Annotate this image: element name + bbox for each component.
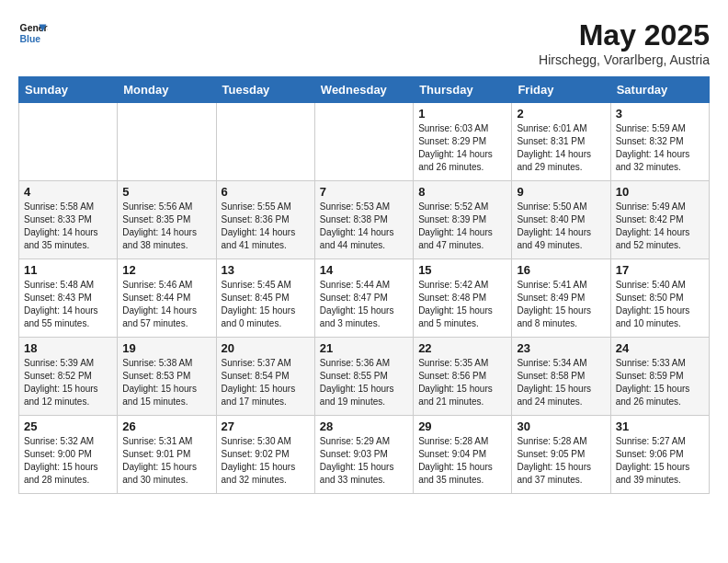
calendar-cell: 29Sunrise: 5:28 AM Sunset: 9:04 PM Dayli…: [414, 416, 512, 494]
day-number: 25: [24, 419, 112, 433]
calendar-cell: 15Sunrise: 5:42 AM Sunset: 8:48 PM Dayli…: [414, 259, 512, 338]
weekday-header-tuesday: Tuesday: [216, 77, 314, 103]
calendar-cell: 4Sunrise: 5:58 AM Sunset: 8:33 PM Daylig…: [19, 181, 118, 259]
day-number: 6: [222, 185, 310, 199]
day-number: 1: [418, 107, 506, 121]
day-info: Sunrise: 5:36 AM Sunset: 8:55 PM Dayligh…: [320, 357, 408, 408]
weekday-header-saturday: Saturday: [610, 77, 709, 103]
day-info: Sunrise: 5:49 AM Sunset: 8:42 PM Dayligh…: [616, 201, 704, 252]
calendar-cell: 7Sunrise: 5:53 AM Sunset: 8:38 PM Daylig…: [314, 181, 413, 259]
day-number: 12: [122, 263, 210, 277]
day-info: Sunrise: 5:46 AM Sunset: 8:44 PM Dayligh…: [122, 279, 210, 330]
day-number: 11: [24, 263, 112, 277]
calendar-cell: [314, 103, 413, 181]
day-number: 23: [517, 341, 605, 355]
weekday-header-monday: Monday: [118, 77, 216, 103]
day-info: Sunrise: 5:28 AM Sunset: 9:05 PM Dayligh…: [517, 435, 605, 487]
calendar-cell: 1Sunrise: 6:03 AM Sunset: 8:29 PM Daylig…: [414, 103, 512, 181]
day-info: Sunrise: 5:52 AM Sunset: 8:39 PM Dayligh…: [418, 201, 506, 252]
svg-text:Blue: Blue: [20, 34, 41, 44]
calendar-cell: 8Sunrise: 5:52 AM Sunset: 8:39 PM Daylig…: [414, 181, 512, 259]
day-number: 15: [418, 263, 506, 277]
day-info: Sunrise: 5:55 AM Sunset: 8:36 PM Dayligh…: [222, 201, 310, 252]
month-year-title: May 2025: [539, 18, 710, 52]
day-info: Sunrise: 5:50 AM Sunset: 8:40 PM Dayligh…: [517, 201, 605, 252]
calendar-cell: [118, 103, 216, 181]
calendar-cell: 10Sunrise: 5:49 AM Sunset: 8:42 PM Dayli…: [610, 181, 709, 259]
day-info: Sunrise: 5:40 AM Sunset: 8:50 PM Dayligh…: [616, 279, 704, 330]
day-number: 21: [320, 341, 408, 355]
day-info: Sunrise: 6:01 AM Sunset: 8:31 PM Dayligh…: [517, 122, 605, 174]
calendar-cell: 5Sunrise: 5:56 AM Sunset: 8:35 PM Daylig…: [118, 181, 216, 259]
calendar-week-row: 4Sunrise: 5:58 AM Sunset: 8:33 PM Daylig…: [19, 181, 710, 259]
calendar-cell: 20Sunrise: 5:37 AM Sunset: 8:54 PM Dayli…: [216, 338, 314, 416]
day-number: 28: [320, 419, 408, 433]
day-number: 8: [418, 185, 506, 199]
calendar-cell: [19, 103, 118, 181]
day-number: 9: [517, 185, 605, 199]
day-info: Sunrise: 5:27 AM Sunset: 9:06 PM Dayligh…: [616, 435, 704, 487]
calendar-week-row: 18Sunrise: 5:39 AM Sunset: 8:52 PM Dayli…: [19, 338, 710, 416]
calendar-cell: 23Sunrise: 5:34 AM Sunset: 8:58 PM Dayli…: [512, 338, 610, 416]
calendar-cell: 30Sunrise: 5:28 AM Sunset: 9:05 PM Dayli…: [512, 416, 610, 494]
day-number: 26: [122, 419, 210, 433]
day-number: 24: [616, 341, 704, 355]
calendar-cell: 18Sunrise: 5:39 AM Sunset: 8:52 PM Dayli…: [19, 338, 118, 416]
calendar-table: SundayMondayTuesdayWednesdayThursdayFrid…: [18, 76, 710, 494]
title-block: May 2025 Hirschegg, Vorarlberg, Austria: [539, 18, 710, 67]
logo-icon: General Blue: [18, 18, 48, 48]
calendar-cell: 2Sunrise: 6:01 AM Sunset: 8:31 PM Daylig…: [512, 103, 610, 181]
calendar-cell: 27Sunrise: 5:30 AM Sunset: 9:02 PM Dayli…: [216, 416, 314, 494]
calendar-cell: 28Sunrise: 5:29 AM Sunset: 9:03 PM Dayli…: [314, 416, 413, 494]
day-info: Sunrise: 5:38 AM Sunset: 8:53 PM Dayligh…: [122, 357, 210, 408]
day-info: Sunrise: 5:53 AM Sunset: 8:38 PM Dayligh…: [320, 201, 408, 252]
day-info: Sunrise: 5:59 AM Sunset: 8:32 PM Dayligh…: [616, 122, 704, 174]
day-info: Sunrise: 5:45 AM Sunset: 8:45 PM Dayligh…: [222, 279, 310, 330]
calendar-cell: 14Sunrise: 5:44 AM Sunset: 8:47 PM Dayli…: [314, 259, 413, 338]
calendar-cell: [216, 103, 314, 181]
day-number: 27: [222, 419, 310, 433]
day-number: 31: [616, 419, 704, 433]
calendar-week-row: 25Sunrise: 5:32 AM Sunset: 9:00 PM Dayli…: [19, 416, 710, 494]
day-info: Sunrise: 5:35 AM Sunset: 8:56 PM Dayligh…: [418, 357, 506, 408]
day-info: Sunrise: 5:29 AM Sunset: 9:03 PM Dayligh…: [320, 435, 408, 487]
page-header: General Blue May 2025 Hirschegg, Vorarlb…: [18, 18, 710, 67]
day-info: Sunrise: 5:41 AM Sunset: 8:49 PM Dayligh…: [517, 279, 605, 330]
weekday-header-wednesday: Wednesday: [314, 77, 413, 103]
day-info: Sunrise: 5:31 AM Sunset: 9:01 PM Dayligh…: [122, 435, 210, 487]
calendar-cell: 12Sunrise: 5:46 AM Sunset: 8:44 PM Dayli…: [118, 259, 216, 338]
day-number: 7: [320, 185, 408, 199]
weekday-header-thursday: Thursday: [414, 77, 512, 103]
day-number: 10: [616, 185, 704, 199]
calendar-cell: 21Sunrise: 5:36 AM Sunset: 8:55 PM Dayli…: [314, 338, 413, 416]
calendar-cell: 24Sunrise: 5:33 AM Sunset: 8:59 PM Dayli…: [610, 338, 709, 416]
day-info: Sunrise: 5:56 AM Sunset: 8:35 PM Dayligh…: [122, 201, 210, 252]
logo: General Blue: [18, 18, 48, 48]
day-number: 18: [24, 341, 112, 355]
day-info: Sunrise: 5:42 AM Sunset: 8:48 PM Dayligh…: [418, 279, 506, 330]
calendar-cell: 3Sunrise: 5:59 AM Sunset: 8:32 PM Daylig…: [610, 103, 709, 181]
day-info: Sunrise: 5:30 AM Sunset: 9:02 PM Dayligh…: [222, 435, 310, 487]
calendar-cell: 9Sunrise: 5:50 AM Sunset: 8:40 PM Daylig…: [512, 181, 610, 259]
calendar-cell: 17Sunrise: 5:40 AM Sunset: 8:50 PM Dayli…: [610, 259, 709, 338]
day-number: 20: [222, 341, 310, 355]
location-subtitle: Hirschegg, Vorarlberg, Austria: [539, 52, 710, 67]
day-info: Sunrise: 5:33 AM Sunset: 8:59 PM Dayligh…: [616, 357, 704, 408]
day-info: Sunrise: 5:48 AM Sunset: 8:43 PM Dayligh…: [24, 279, 112, 330]
day-number: 30: [517, 419, 605, 433]
day-number: 13: [222, 263, 310, 277]
day-number: 2: [517, 107, 605, 121]
calendar-cell: 31Sunrise: 5:27 AM Sunset: 9:06 PM Dayli…: [610, 416, 709, 494]
calendar-week-row: 11Sunrise: 5:48 AM Sunset: 8:43 PM Dayli…: [19, 259, 710, 338]
calendar-cell: 11Sunrise: 5:48 AM Sunset: 8:43 PM Dayli…: [19, 259, 118, 338]
day-info: Sunrise: 5:58 AM Sunset: 8:33 PM Dayligh…: [24, 201, 112, 252]
day-number: 19: [122, 341, 210, 355]
weekday-header-sunday: Sunday: [19, 77, 118, 103]
day-info: Sunrise: 5:34 AM Sunset: 8:58 PM Dayligh…: [517, 357, 605, 408]
day-number: 14: [320, 263, 408, 277]
day-number: 5: [122, 185, 210, 199]
day-info: Sunrise: 5:32 AM Sunset: 9:00 PM Dayligh…: [24, 435, 112, 487]
calendar-cell: 22Sunrise: 5:35 AM Sunset: 8:56 PM Dayli…: [414, 338, 512, 416]
calendar-cell: 13Sunrise: 5:45 AM Sunset: 8:45 PM Dayli…: [216, 259, 314, 338]
day-info: Sunrise: 6:03 AM Sunset: 8:29 PM Dayligh…: [418, 122, 506, 174]
